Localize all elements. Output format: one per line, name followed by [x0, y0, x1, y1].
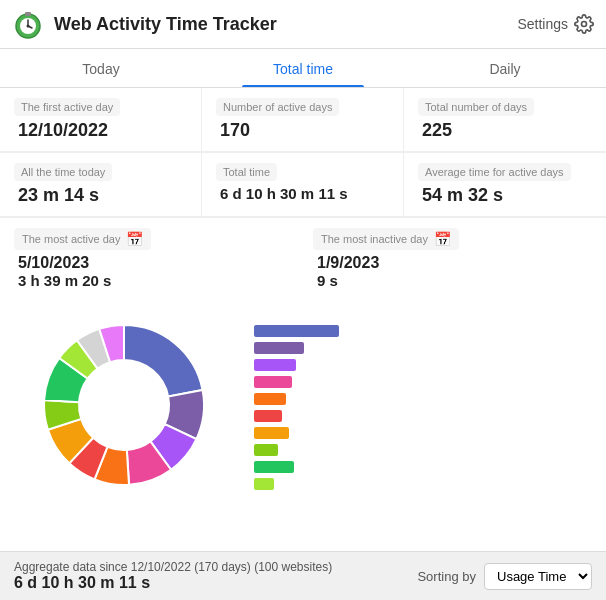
stat-all-time-today: All the time today 23 m 14 s — [0, 153, 202, 217]
stat-label-total-time: Total time — [216, 163, 277, 181]
app-title: Web Activity Time Tracker — [54, 14, 277, 35]
stat-value-first-active-day: 12/10/2022 — [14, 120, 187, 141]
svg-point-5 — [27, 25, 30, 28]
most-inactive-card: The most inactive day 📅 1/9/2023 9 s — [313, 228, 592, 289]
bar-row — [254, 325, 592, 337]
bar-fill — [254, 478, 274, 490]
bar-row — [254, 461, 592, 473]
svg-point-6 — [582, 22, 587, 27]
most-active-label: The most active day — [22, 233, 120, 245]
bar-chart-section — [244, 295, 592, 515]
app-icon — [12, 8, 44, 40]
tabs: Today Total time Daily — [0, 49, 606, 88]
gear-icon — [574, 14, 594, 34]
bar-row — [254, 444, 592, 456]
tab-total-time[interactable]: Total time — [202, 49, 404, 87]
donut-chart — [24, 305, 224, 505]
bar-fill — [254, 393, 286, 405]
most-inactive-badge: The most inactive day 📅 — [313, 228, 459, 250]
bar-fill — [254, 342, 304, 354]
app-window: Web Activity Time Tracker Settings Today… — [0, 0, 606, 600]
most-inactive-date: 1/9/2023 — [313, 254, 592, 272]
bar-row — [254, 427, 592, 439]
bar-row — [254, 359, 592, 371]
settings-label: Settings — [517, 16, 568, 32]
footer-total: 6 d 10 h 30 m 11 s — [14, 574, 332, 592]
most-active-card: The most active day 📅 5/10/2023 3 h 39 m… — [14, 228, 293, 289]
svg-point-7 — [81, 362, 167, 448]
most-active-date: 5/10/2023 — [14, 254, 293, 272]
stat-total-days: Total number of days 225 — [404, 88, 606, 152]
stat-label-number-active-days: Number of active days — [216, 98, 339, 116]
stat-label-all-time-today: All the time today — [14, 163, 112, 181]
stat-value-number-active-days: 170 — [216, 120, 389, 141]
header-left: Web Activity Time Tracker — [12, 8, 277, 40]
calendar-active-icon: 📅 — [126, 231, 143, 247]
bar-fill — [254, 444, 278, 456]
stat-label-total-days: Total number of days — [418, 98, 534, 116]
footer-left: Aggregate data since 12/10/2022 (170 day… — [14, 560, 332, 592]
most-inactive-time: 9 s — [313, 272, 592, 289]
stat-value-avg-active-days: 54 m 32 s — [418, 185, 592, 206]
bar-row — [254, 342, 592, 354]
svg-rect-1 — [25, 12, 31, 16]
bar-fill — [254, 410, 282, 422]
tab-today[interactable]: Today — [0, 49, 202, 87]
most-active-time: 3 h 39 m 20 s — [14, 272, 293, 289]
stat-first-active-day: The first active day 12/10/2022 — [0, 88, 202, 152]
stat-value-all-time-today: 23 m 14 s — [14, 185, 187, 206]
main-content — [0, 295, 606, 515]
donut-chart-section — [14, 295, 234, 515]
most-active-badge: The most active day 📅 — [14, 228, 151, 250]
bar-fill — [254, 376, 292, 388]
aggregate-text: Aggregate data since 12/10/2022 (170 day… — [14, 560, 332, 574]
bar-row — [254, 478, 592, 490]
tab-daily[interactable]: Daily — [404, 49, 606, 87]
stat-avg-active-days: Average time for active days 54 m 32 s — [404, 153, 606, 217]
bar-row — [254, 410, 592, 422]
bar-row — [254, 376, 592, 388]
stat-number-active-days: Number of active days 170 — [202, 88, 404, 152]
header: Web Activity Time Tracker Settings — [0, 0, 606, 49]
stat-label-first-active-day: The first active day — [14, 98, 120, 116]
stats-row-1: The first active day 12/10/2022 Number o… — [0, 88, 606, 153]
most-inactive-label: The most inactive day — [321, 233, 428, 245]
stat-total-time: Total time 6 d 10 h 30 m 11 s — [202, 153, 404, 217]
calendar-inactive-icon: 📅 — [434, 231, 451, 247]
footer-right: Sorting by Usage Time Name Date — [417, 563, 592, 590]
stats-row-2: All the time today 23 m 14 s Total time … — [0, 153, 606, 218]
bar-fill — [254, 325, 339, 337]
sort-select[interactable]: Usage Time Name Date — [484, 563, 592, 590]
bar-row — [254, 393, 592, 405]
stat-value-total-days: 225 — [418, 120, 592, 141]
stat-label-avg-active-days: Average time for active days — [418, 163, 571, 181]
bar-fill — [254, 427, 289, 439]
bar-fill — [254, 461, 294, 473]
stat-value-total-time: 6 d 10 h 30 m 11 s — [216, 185, 389, 202]
sorting-label: Sorting by — [417, 569, 476, 584]
active-inactive-row: The most active day 📅 5/10/2023 3 h 39 m… — [0, 218, 606, 289]
settings-button[interactable]: Settings — [517, 14, 594, 34]
bar-fill — [254, 359, 296, 371]
footer: Aggregate data since 12/10/2022 (170 day… — [0, 551, 606, 600]
